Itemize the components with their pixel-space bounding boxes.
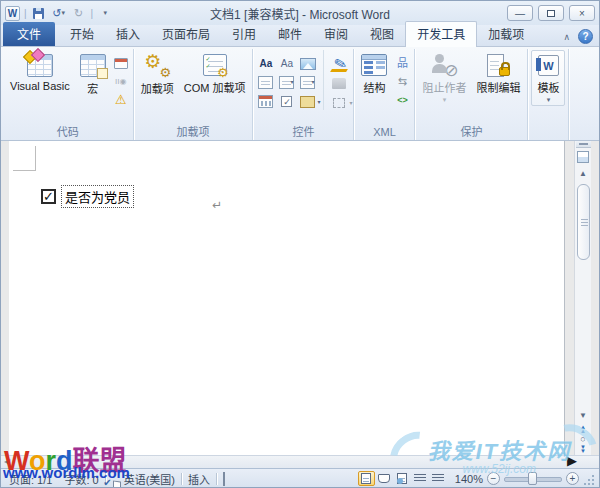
scroll-up-button[interactable]: ▲ bbox=[576, 166, 591, 181]
design-mode-button[interactable]: ✎ bbox=[330, 55, 350, 72]
insert-mode-status[interactable]: 插入 bbox=[182, 471, 216, 487]
group-label-add-ins: 加载项 bbox=[137, 125, 250, 140]
document-template-button[interactable]: W 模板 ▾ bbox=[531, 50, 565, 106]
view-print-layout-button[interactable] bbox=[358, 471, 375, 486]
lock-icon bbox=[499, 67, 510, 76]
picture-control-button[interactable] bbox=[298, 55, 317, 72]
expansion-packs-icon: <> bbox=[397, 95, 408, 105]
scroll-down-button[interactable]: ▼ bbox=[576, 408, 591, 423]
minimize-ribbon-chevron[interactable]: ∧ bbox=[563, 32, 570, 42]
design-mode-icon: ✎ bbox=[332, 55, 348, 73]
resize-grip[interactable] bbox=[583, 472, 595, 486]
qat-separator2: | bbox=[91, 8, 94, 19]
tab-mailings[interactable]: 邮件 bbox=[267, 22, 313, 46]
group-controls-button[interactable] bbox=[330, 95, 348, 110]
tab-references[interactable]: 引用 bbox=[221, 22, 267, 46]
macro-recording-icon bbox=[223, 472, 225, 486]
checkbox-control-button[interactable]: ✓ bbox=[277, 93, 296, 110]
pause-recording-icon: II◉ bbox=[115, 77, 126, 86]
full-screen-reading-icon bbox=[378, 474, 390, 483]
schema-button[interactable]: 品 bbox=[393, 56, 411, 71]
transformation-icon: ⇆ bbox=[398, 76, 407, 87]
com-add-ins-button[interactable]: COM 加载项 bbox=[180, 50, 250, 96]
legacy-tools-icon bbox=[300, 96, 315, 108]
date-picker-icon bbox=[258, 95, 273, 108]
dropdown-list-icon bbox=[300, 76, 315, 89]
add-ins-button[interactable]: ⚙⚙ 加载项 bbox=[137, 50, 178, 97]
pause-recording-button[interactable]: II◉ bbox=[112, 74, 130, 89]
structure-button[interactable]: 结构 bbox=[357, 50, 391, 96]
tab-add-ins[interactable]: 加载项 bbox=[477, 22, 535, 46]
com-add-ins-icon bbox=[203, 54, 227, 76]
record-macro-icon bbox=[114, 58, 128, 69]
structure-icon bbox=[361, 54, 387, 76]
macro-security-button[interactable]: ⚠ bbox=[112, 92, 130, 107]
scroll-thumb[interactable] bbox=[577, 184, 590, 260]
document-page[interactable]: ✓ 是否为党员 ↵ bbox=[9, 141, 565, 455]
tab-developer[interactable]: 开发工具 bbox=[405, 21, 477, 47]
restore-icon bbox=[547, 10, 555, 17]
group-label-controls: 控件 bbox=[256, 125, 350, 140]
close-button[interactable]: × bbox=[569, 5, 595, 21]
checkbox-control-icon: ✓ bbox=[281, 96, 292, 107]
tab-view[interactable]: 视图 bbox=[359, 22, 405, 46]
word-logo-icon[interactable]: W bbox=[5, 6, 20, 21]
rich-text-control-button[interactable]: Aa bbox=[256, 55, 275, 72]
checkbox[interactable]: ✓ bbox=[41, 189, 56, 204]
group-controls: Aa Aa ✓ ✎ 控件 bbox=[253, 49, 354, 140]
document-template-icon: W bbox=[538, 55, 559, 76]
expansion-packs-button[interactable]: <> bbox=[393, 92, 411, 107]
save-button[interactable] bbox=[31, 6, 47, 21]
redo-button[interactable]: ↻ bbox=[71, 6, 87, 21]
properties-button[interactable] bbox=[330, 76, 348, 91]
dropdown-arrow-icon: ▾ bbox=[443, 96, 447, 104]
help-button[interactable]: ? bbox=[578, 29, 593, 44]
visual-basic-button[interactable]: Visual Basic bbox=[6, 50, 74, 93]
group-label-templates bbox=[531, 125, 565, 140]
text-boundary-mark bbox=[13, 146, 36, 171]
tab-file[interactable]: 文件 bbox=[3, 22, 55, 46]
block-authors-button[interactable]: ⊘ 阻止作者 ▾ bbox=[418, 50, 470, 105]
record-macro-button[interactable] bbox=[112, 56, 130, 71]
schema-icon: 品 bbox=[397, 58, 408, 69]
restore-button[interactable] bbox=[538, 5, 564, 21]
group-icon bbox=[333, 98, 345, 108]
group-xml: 结构 品 ⇆ <> XML bbox=[354, 49, 415, 140]
tab-home[interactable]: 开始 bbox=[59, 22, 105, 46]
view-full-screen-button[interactable] bbox=[376, 471, 393, 486]
group-protect: ⊘ 阻止作者 ▾ 限制编辑 保护 bbox=[415, 49, 528, 140]
restrict-editing-button[interactable]: 限制编辑 bbox=[472, 50, 524, 96]
combo-box-control-button[interactable] bbox=[277, 74, 296, 91]
vertical-scrollbar[interactable]: ▲ ▼ ▲▲ ○ ▼▼ bbox=[574, 141, 591, 455]
plain-text-control-button[interactable]: Aa bbox=[277, 55, 296, 72]
macro-recording-status-button[interactable] bbox=[217, 473, 231, 485]
tab-insert[interactable]: 插入 bbox=[105, 22, 151, 46]
group-add-ins: ⚙⚙ 加载项 COM 加载项 加载项 bbox=[134, 49, 254, 140]
dropdown-list-control-button[interactable] bbox=[298, 74, 317, 91]
transformation-button[interactable]: ⇆ bbox=[393, 74, 411, 89]
warning-icon: ⚠ bbox=[115, 93, 127, 106]
date-picker-control-button[interactable] bbox=[256, 93, 275, 110]
building-block-icon bbox=[258, 76, 273, 89]
checkbox-field[interactable]: ✓ 是否为党员 bbox=[41, 185, 134, 208]
ruler-toggle-button[interactable] bbox=[576, 148, 591, 166]
building-block-control-button[interactable] bbox=[256, 74, 275, 91]
print-layout-icon bbox=[361, 473, 371, 484]
tab-review[interactable]: 审阅 bbox=[313, 22, 359, 46]
undo-button[interactable]: ↺▾ bbox=[51, 6, 67, 21]
minimize-button[interactable]: — bbox=[507, 5, 533, 21]
tab-page-layout[interactable]: 页面布局 bbox=[151, 22, 221, 46]
split-handle[interactable] bbox=[576, 141, 591, 148]
group-templates: W 模板 ▾ bbox=[528, 49, 569, 140]
qat-separator: | bbox=[24, 8, 27, 19]
save-icon bbox=[33, 8, 44, 19]
gears-icon: ⚙⚙ bbox=[144, 54, 170, 77]
group-label-xml: XML bbox=[357, 125, 411, 140]
macros-button[interactable]: 宏 bbox=[76, 50, 110, 97]
combo-box-icon bbox=[279, 76, 294, 89]
quick-access-toolbar: W | ↺▾ ↻ | ▾ bbox=[5, 6, 113, 21]
ribbon: Visual Basic 宏 II◉ ⚠ 代码 ⚙⚙ 加载项 bbox=[1, 47, 599, 141]
legacy-tools-button[interactable] bbox=[298, 93, 317, 110]
ribbon-tab-bar: 文件 开始 插入 页面布局 引用 邮件 审阅 视图 开发工具 加载项 ∧ ? bbox=[1, 25, 599, 47]
customize-qat-dropdown[interactable]: ▾ bbox=[97, 6, 113, 21]
